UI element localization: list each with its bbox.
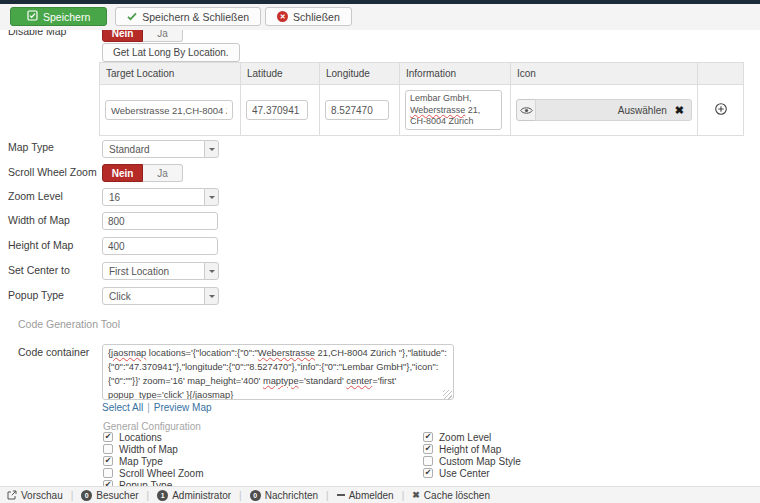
checkbox-checked[interactable]: ✔ [103,432,113,442]
table-header-row: Target Location Latitude Longitude Infor… [100,63,744,85]
close-button-label: Schließen [293,11,340,23]
statusbar-item-administrator[interactable]: 1Administrator [157,490,231,501]
save-close-button[interactable]: Speichern & Schließen [115,7,261,26]
statusbar-label: Abmelden [349,490,394,501]
config-checkbox-row: ✔Height of Map [423,443,521,455]
count-badge: 0 [81,490,92,501]
statusbar-item-cache[interactable]: ✖Cache löschen [412,490,490,501]
checkbox-checked[interactable]: ✔ [423,468,433,478]
clear-cache-icon: ✖ [412,490,420,500]
statusbar-item-nachrichten[interactable]: 0Nachrichten [250,490,318,501]
scroll-zoom-no-button[interactable]: Nein [102,164,143,182]
checkbox-label: Zoom Level [439,432,491,443]
checkbox-label: Use Center [439,468,490,479]
col-header-longitude: Longitude [320,63,400,85]
chevron-down-icon [204,188,219,206]
map-type-label: Map Type [8,141,54,153]
map-type-select[interactable]: Standard [102,140,219,158]
icon-field: Auswählen ✖ [516,99,692,121]
checkbox-checked[interactable]: ✔ [103,456,113,466]
set-center-to-select[interactable]: First Location [102,262,219,280]
checkbox-checked[interactable]: ✔ [423,444,433,454]
statusbar-label: Administrator [172,490,231,501]
separator: | [147,402,150,413]
config-checkbox-row: Scroll Wheel Zoom [103,467,203,479]
checkbox-label: Custom Map Style [439,456,521,467]
width-of-map-input[interactable] [102,212,218,230]
statusbar-label: Nachrichten [265,490,318,501]
col-header-actions [698,63,744,85]
code-container[interactable]: {jaosmap locations='{"location":{"0":"We… [102,344,454,400]
config-checkbox-row: Custom Map Style [423,455,521,467]
save-button-label: Speichern [43,11,90,23]
checkbox-unchecked[interactable] [103,444,113,454]
config-checkbox-row: Width of Map [103,443,203,455]
separator: | [147,490,150,501]
scroll-zoom-yes-button[interactable]: Ja [143,164,183,182]
separator: | [402,490,405,501]
statusbar-label: Vorschau [21,490,63,501]
config-checkbox-row: ✔Map Type [103,455,203,467]
separator: | [71,490,74,501]
scroll-wheel-zoom-toggle: Nein Ja [102,164,183,182]
jaosmap-admin-page: Disable Map Nein Ja Speichern Speichern … [0,0,760,503]
save-close-button-label: Speichern & Schließen [142,11,249,23]
count-badge: 1 [157,490,168,501]
height-of-map-input[interactable] [102,237,218,255]
cancel-icon: ✕ [277,11,288,22]
locations-table: Target Location Latitude Longitude Infor… [99,62,744,136]
save-icon [27,10,38,23]
statusbar-item-vorschau[interactable]: Vorschau [7,490,63,501]
close-button[interactable]: ✕ Schließen [265,7,352,26]
set-center-to-value: First Location [102,262,205,280]
checkbox-unchecked[interactable] [103,468,113,478]
check-icon [127,11,137,23]
zoom-level-label: Zoom Level [8,190,63,202]
logout-icon [337,494,345,496]
checkbox-label: Width of Map [119,444,178,455]
col-header-icon: Icon [511,63,698,85]
longitude-input[interactable] [325,100,389,120]
width-of-map-label: Width of Map [8,214,70,226]
statusbar-label: Besucher [96,490,138,501]
latitude-input[interactable] [246,100,308,120]
preview-map-link[interactable]: Preview Map [154,402,212,413]
col-header-information: Information [400,63,511,85]
information-textarea[interactable]: Lembar GmbH, Weberstrasse 21, CH-8004 Zü… [405,90,502,130]
statusbar-item-besucher[interactable]: 0Besucher [81,490,138,501]
popup-type-select[interactable]: Click [102,287,219,305]
zoom-level-select[interactable]: 16 [102,188,219,206]
target-location-input[interactable] [105,100,233,120]
checkbox-checked[interactable]: ✔ [423,432,433,442]
zoom-level-value: 16 [102,188,205,206]
resize-grip[interactable] [443,390,452,399]
config-checkbox-row: ✔Zoom Level [423,431,521,443]
icon-path-field[interactable]: Auswählen ✖ [535,99,692,121]
checkbox-label: Locations [119,432,162,443]
icon-select-button[interactable]: Auswählen [618,105,667,116]
chevron-down-icon [204,262,219,280]
checkbox-label: Scroll Wheel Zoom [119,468,203,479]
preview-icon [7,490,17,500]
eye-icon-button[interactable] [516,99,536,121]
map-type-value: Standard [102,140,205,158]
statusbar-item-abmelden[interactable]: Abmelden [337,490,394,501]
code-section-heading: Code Generation Tool [18,318,120,330]
chevron-down-icon [204,287,219,305]
popup-type-value: Click [102,287,205,305]
add-location-button[interactable] [714,107,728,118]
top-navy-bar [0,0,760,4]
separator: | [326,490,329,501]
code-links: Select All|Preview Map [102,402,212,413]
get-latlong-button[interactable]: Get Lat Long By Location. [102,43,240,62]
statusbar-label: Cache löschen [424,490,490,501]
select-all-link[interactable]: Select All [102,402,143,413]
height-of-map-label: Height of Map [8,239,73,251]
col-header-latitude: Latitude [241,63,320,85]
icon-clear-button[interactable]: ✖ [667,104,691,117]
toolbar: Speichern Speichern & Schließen ✕ Schlie… [0,4,760,30]
checkbox-unchecked[interactable] [423,456,433,466]
count-badge: 0 [250,490,261,501]
save-button[interactable]: Speichern [10,7,107,26]
config-checkbox-column-left: ✔LocationsWidth of Map✔Map TypeScroll Wh… [103,431,203,491]
